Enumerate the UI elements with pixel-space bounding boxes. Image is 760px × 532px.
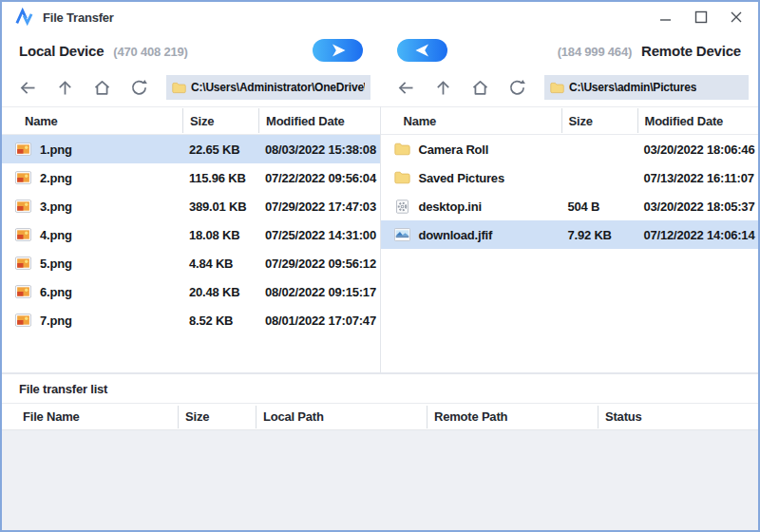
window-controls (645, 5, 758, 29)
file-name: 7.png (40, 314, 72, 328)
maximize-button[interactable] (687, 5, 715, 29)
png-image-icon (15, 171, 31, 184)
send-to-local-button[interactable] (397, 39, 447, 62)
file-row[interactable]: 3.png389.01 KB07/29/2022 17:47:03 (2, 192, 380, 220)
file-name: 4.png (40, 228, 72, 242)
png-image-icon (15, 200, 31, 213)
local-home-button[interactable] (89, 75, 114, 100)
file-name: download.jfif (419, 228, 493, 242)
transfer-list-header: File Name Size Local Path Remote Path St… (2, 403, 758, 429)
device-bar: Local Device (470 408 219) (184 999 464)… (2, 32, 758, 68)
close-button[interactable] (722, 5, 750, 29)
column-header-name[interactable]: Name (381, 108, 561, 133)
window-title: File Transfer (43, 10, 114, 25)
file-name: 5.png (40, 256, 72, 271)
file-name: 2.png (40, 171, 72, 185)
local-up-button[interactable] (52, 75, 77, 100)
file-name: Camera Roll (419, 142, 489, 157)
png-image-icon (15, 256, 31, 270)
local-file-rows: 1.png22.65 KB08/03/2022 15:38:082.png115… (2, 135, 380, 334)
folder-icon (172, 82, 186, 94)
file-modified-date: 03/20/2022 18:05:37 (637, 200, 759, 214)
transfer-list-titlebar: File transfer list (2, 372, 758, 403)
remote-file-pane: Name Size Modified Date Camera Roll03/20… (381, 106, 759, 372)
column-header-modified[interactable]: Modified Date (637, 108, 759, 133)
png-image-icon (15, 285, 31, 298)
column-header-modified[interactable]: Modified Date (258, 108, 380, 133)
file-row[interactable]: Saved Pictures07/13/2022 16:11:07 (381, 163, 759, 192)
file-row[interactable]: download.jfif7.92 KB07/12/2022 14:06:14 (381, 220, 759, 249)
folder-icon (394, 171, 410, 184)
file-name: 1.png (40, 142, 72, 157)
file-size: 504 B (561, 200, 637, 214)
column-header-size[interactable]: Size (182, 108, 258, 133)
file-row[interactable]: 1.png22.65 KB08/03/2022 15:38:08 (2, 135, 380, 163)
file-modified-date: 08/03/2022 15:38:08 (258, 142, 380, 157)
local-toolbar: C:\Users\Administrator\OneDrive\ (2, 68, 380, 106)
file-modified-date: 07/12/2022 14:06:14 (637, 228, 759, 242)
file-size: 18.08 KB (182, 228, 258, 242)
file-modified-date: 07/29/2022 09:56:12 (258, 256, 380, 271)
file-name: Saved Pictures (419, 171, 504, 185)
file-transfer-window: File Transfer Local Device (470 408 219) (0, 0, 760, 532)
file-modified-date: 08/01/2022 17:07:47 (258, 314, 380, 328)
folder-icon (394, 142, 410, 156)
file-modified-date: 03/20/2022 18:06:46 (637, 142, 759, 157)
local-path-input[interactable]: C:\Users\Administrator\OneDrive\ (166, 75, 370, 100)
file-row[interactable]: Camera Roll03/20/2022 18:06:46 (381, 135, 759, 163)
local-table-header: Name Size Modified Date (2, 106, 380, 135)
send-to-remote-button[interactable] (313, 39, 363, 62)
file-modified-date: 07/13/2022 16:11:07 (637, 171, 759, 185)
remote-table-header: Name Size Modified Date (381, 106, 759, 135)
minimize-button[interactable] (652, 5, 680, 29)
file-size: 8.52 KB (182, 314, 258, 328)
file-size: 4.84 KB (182, 256, 258, 271)
ini-file-icon (394, 200, 410, 214)
remote-home-button[interactable] (467, 75, 492, 100)
file-name: desktop.ini (419, 200, 482, 214)
remote-device-name: Remote Device (641, 43, 741, 59)
local-refresh-button[interactable] (126, 75, 151, 100)
jfif-image-icon (394, 228, 410, 241)
remote-toolbar: C:\Users\admin\Pictures (380, 68, 758, 106)
remote-up-button[interactable] (430, 75, 455, 100)
file-modified-date: 07/22/2022 09:56:04 (258, 171, 380, 185)
file-size: 389.01 KB (182, 200, 258, 214)
file-modified-date: 07/29/2022 17:47:03 (258, 200, 380, 214)
titlebar: File Transfer (2, 2, 758, 32)
file-modified-date: 07/25/2022 14:31:00 (258, 228, 380, 242)
file-size: 22.65 KB (182, 142, 258, 157)
remote-path-input[interactable]: C:\Users\admin\Pictures (544, 75, 749, 100)
column-header-remote-path: Remote Path (427, 406, 598, 428)
png-image-icon (15, 142, 31, 156)
file-row[interactable]: 6.png20.48 KB08/02/2022 09:15:17 (2, 277, 380, 306)
file-name: 3.png (40, 200, 72, 214)
column-header-status: Status (598, 406, 758, 428)
file-modified-date: 08/02/2022 09:15:17 (258, 285, 380, 299)
file-size: 7.92 KB (561, 228, 637, 242)
file-row[interactable]: desktop.ini504 B03/20/2022 18:05:37 (381, 192, 759, 220)
column-header-name[interactable]: Name (2, 108, 182, 133)
file-row[interactable]: 5.png4.84 KB07/29/2022 09:56:12 (2, 249, 380, 277)
column-header-local-path: Local Path (256, 406, 427, 428)
folder-icon (550, 82, 564, 94)
file-row[interactable]: 7.png8.52 KB08/01/2022 17:07:47 (2, 306, 380, 334)
column-header-size: Size (178, 406, 256, 428)
file-row[interactable]: 2.png115.96 KB07/22/2022 09:56:04 (2, 163, 380, 192)
remote-path-text: C:\Users\admin\Pictures (569, 81, 696, 94)
transfer-list-body (2, 429, 758, 530)
file-panes: Name Size Modified Date 1.png22.65 KB08/… (2, 106, 758, 372)
file-name: 6.png (40, 285, 72, 299)
file-row[interactable]: 4.png18.08 KB07/25/2022 14:31:00 (2, 220, 380, 249)
column-header-size[interactable]: Size (561, 108, 637, 133)
local-path-text: C:\Users\Administrator\OneDrive\ (191, 81, 365, 94)
file-size: 115.96 KB (182, 171, 258, 185)
local-back-button[interactable] (15, 75, 40, 100)
remote-back-button[interactable] (393, 75, 418, 100)
arrow-right-icon (329, 43, 348, 58)
local-device-name: Local Device (19, 43, 104, 59)
transfer-list-title: File transfer list (19, 382, 107, 396)
remote-refresh-button[interactable] (504, 75, 529, 100)
navigation-toolbars: C:\Users\Administrator\OneDrive\ C:\User… (2, 68, 758, 106)
file-size: 20.48 KB (182, 285, 258, 299)
